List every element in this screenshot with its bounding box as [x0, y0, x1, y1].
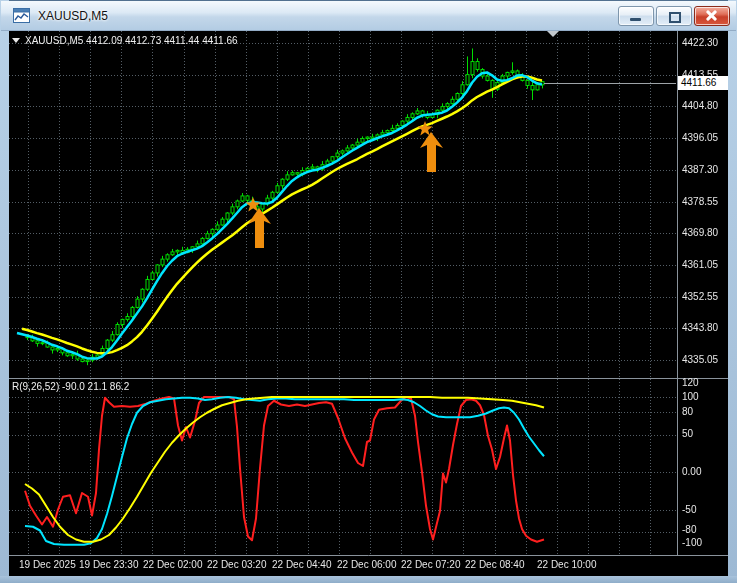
time-axis-label: 22 Dec 02:00	[143, 559, 203, 570]
title-bar[interactable]: XAUUSD,M5	[1, 1, 736, 31]
time-axis[interactable]: 19 Dec 202519 Dec 23:3022 Dec 02:0022 De…	[9, 556, 728, 575]
price-axis-label: 4404.80	[682, 100, 718, 111]
time-axis-label: 22 Dec 10:00	[537, 559, 597, 570]
price-axis-label: 4352.55	[682, 291, 718, 302]
restore-button[interactable]	[656, 6, 692, 26]
chart-window: XAUUSD,M5 4412.09 4412.73 4411.44 4411.6…	[0, 0, 737, 583]
indicator-axis-label: 100	[682, 391, 699, 402]
chart-ohlc-header: XAUUSD,M5 4412.09 4412.73 4411.44 4411.6…	[12, 35, 238, 46]
price-axis-label: 4369.80	[682, 227, 718, 238]
minimize-icon	[630, 18, 641, 21]
time-axis-label: 22 Dec 03:20	[207, 559, 267, 570]
price-axis-label: 4422.30	[682, 37, 718, 48]
collapse-panel-icon[interactable]	[12, 38, 20, 43]
price-axis-label: 4396.05	[682, 132, 718, 143]
time-axis-label: 22 Dec 06:00	[337, 559, 397, 570]
time-axis-label: 19 Dec 23:30	[79, 559, 139, 570]
minimize-button[interactable]	[618, 6, 654, 26]
chart-ohlc-text: XAUUSD,M5 4412.09 4412.73 4411.44 4411.6…	[25, 35, 238, 46]
window-border-right	[728, 0, 737, 583]
indicator-label: R(9,26,52) -90.0 21.1 86.2	[12, 381, 129, 392]
time-axis-label: 19 Dec 2025	[19, 559, 76, 570]
up-arrow-icon	[420, 132, 443, 172]
price-axis-label: 4378.55	[682, 196, 718, 207]
window-border-bottom	[0, 576, 737, 583]
price-axis-label: 4361.05	[682, 259, 718, 270]
restore-icon	[669, 12, 681, 23]
price-axis-label: 4343.80	[682, 322, 718, 333]
up-arrow-icon	[248, 208, 271, 248]
time-axis-label: 22 Dec 04:40	[272, 559, 332, 570]
buy-arrow-signal-1[interactable]	[243, 196, 273, 250]
indicator-axis-label: -100	[682, 537, 702, 548]
time-axis-label: 22 Dec 07:20	[401, 559, 461, 570]
close-button[interactable]	[694, 6, 730, 26]
chart-app-icon	[13, 8, 30, 23]
time-axis-label: 22 Dec 08:40	[465, 559, 525, 570]
indicator-axis-label: 0.00	[682, 466, 701, 477]
window-title: XAUUSD,M5	[38, 9, 108, 23]
indicator-axis-label: 50	[682, 428, 693, 439]
chart-canvas[interactable]	[0, 0, 737, 583]
window-border-left	[0, 0, 9, 583]
current-price-box: 4411.66	[678, 76, 735, 90]
indicator-axis-label: -80	[682, 524, 696, 535]
indicator-axis-label: 80	[682, 406, 693, 417]
price-axis-label: 4335.05	[682, 354, 718, 365]
indicator-axis-label: -50	[682, 504, 696, 515]
buy-arrow-signal-2[interactable]	[415, 120, 445, 174]
indicator-axis-label: 120	[682, 377, 699, 388]
price-axis-label: 4387.30	[682, 164, 718, 175]
